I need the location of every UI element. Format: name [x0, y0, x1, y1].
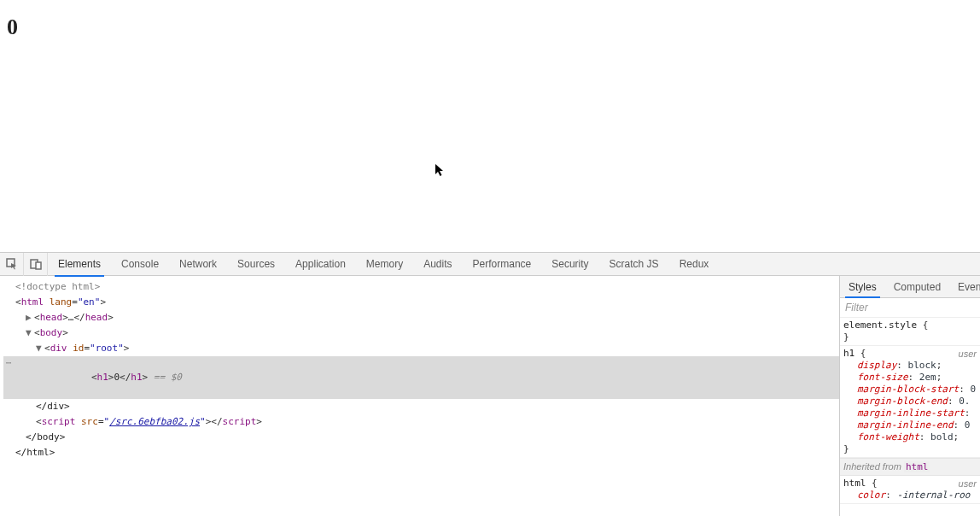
inspect-element-icon[interactable]	[0, 253, 24, 276]
collapse-arrow-icon[interactable]: ▼	[26, 326, 34, 340]
dom-html-close[interactable]: </html>	[3, 445, 839, 460]
dom-div-root-close[interactable]: </div>	[3, 399, 839, 414]
devtools-body: <!doctype html> <html lang="en"> ▶<head>…	[0, 276, 980, 516]
styles-rules[interactable]: element.style {} user h1 { display: bloc…	[840, 318, 980, 516]
tab-audits[interactable]: Audits	[413, 253, 462, 276]
tab-network[interactable]: Network	[169, 253, 227, 276]
selector-html: html	[843, 478, 866, 489]
styles-tab-styles[interactable]: Styles	[840, 276, 885, 297]
devtools-toolbar: Elements Console Network Sources Applica…	[0, 253, 980, 276]
device-toolbar-icon[interactable]	[24, 253, 48, 276]
rule-origin: user	[959, 478, 977, 490]
rule-h1[interactable]: user h1 { display: block; font-size: 2em…	[840, 346, 980, 458]
selector-element-style: element.style	[843, 320, 917, 331]
tab-sources[interactable]: Sources	[227, 253, 285, 276]
tab-performance[interactable]: Performance	[463, 253, 542, 276]
devtools-panel: Elements Console Network Sources Applica…	[0, 252, 980, 516]
dom-body-open[interactable]: ▼<body>	[3, 325, 839, 341]
dom-doctype[interactable]: <!doctype html>	[3, 279, 839, 295]
styles-tab-computed[interactable]: Computed	[885, 276, 949, 297]
rendered-page[interactable]: 0	[0, 0, 980, 252]
elements-tree[interactable]: <!doctype html> <html lang="en"> ▶<head>…	[0, 276, 839, 516]
tab-redux[interactable]: Redux	[669, 253, 720, 276]
styles-tabs: Styles Computed Even	[840, 276, 980, 298]
tab-application[interactable]: Application	[285, 253, 356, 276]
rule-html[interactable]: user html { color: -internal-roo	[840, 476, 980, 504]
dom-script[interactable]: <script src="/src.6ebfba02.js"></script>	[3, 414, 839, 430]
dom-head[interactable]: ▶<head>…</head>	[3, 310, 839, 325]
rule-origin: user	[959, 348, 977, 360]
dom-h1-selected[interactable]: ⋯<h1>0</h1> == $0	[3, 356, 839, 399]
devtools-main-tabs: Elements Console Network Sources Applica…	[48, 253, 719, 276]
rule-element-style[interactable]: element.style {}	[840, 318, 980, 346]
page-heading: 0	[7, 15, 973, 40]
selector-h1: h1	[843, 348, 855, 359]
dom-body-close[interactable]: </body>	[3, 430, 839, 445]
tab-memory[interactable]: Memory	[356, 253, 413, 276]
styles-tab-event[interactable]: Even	[949, 276, 980, 297]
selected-row-actions-icon[interactable]: ⋯	[3, 356, 14, 370]
expand-arrow-icon[interactable]: ▶	[26, 311, 34, 325]
tab-security[interactable]: Security	[541, 253, 598, 276]
svg-rect-2	[36, 262, 41, 269]
collapse-arrow-icon[interactable]: ▼	[36, 342, 44, 355]
dom-html-open[interactable]: <html lang="en">	[3, 295, 839, 310]
tab-console[interactable]: Console	[111, 253, 169, 276]
styles-panel: Styles Computed Even Filter element.styl…	[839, 276, 980, 516]
dom-div-root-open[interactable]: ▼<div id="root">	[3, 341, 839, 356]
inherited-from-header: Inherited from html	[840, 458, 980, 476]
tab-scratch-js[interactable]: Scratch JS	[599, 253, 669, 276]
styles-filter-input[interactable]: Filter	[840, 298, 980, 318]
tab-elements[interactable]: Elements	[48, 253, 111, 276]
